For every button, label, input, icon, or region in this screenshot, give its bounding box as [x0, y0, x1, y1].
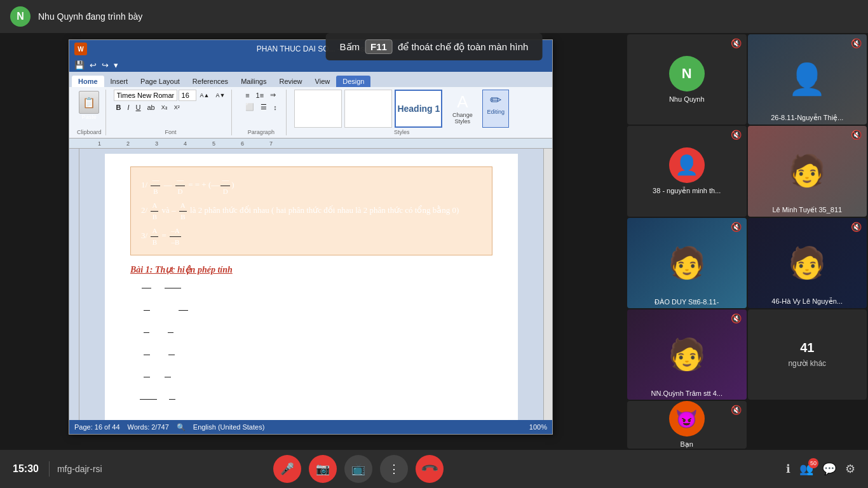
font-label: Font	[165, 128, 176, 135]
document-scroll-area[interactable]: 1/ —B — —D = = + (——D) 2/ AB và – AB là …	[79, 149, 543, 420]
paste-icon: 📋	[79, 91, 99, 114]
video-button[interactable]: 📷	[309, 455, 337, 483]
photo-p7: 🧑	[627, 309, 747, 400]
end-call-button[interactable]: 📞	[410, 449, 449, 488]
qa-undo[interactable]: ↩	[88, 60, 98, 70]
font-group: A▲ A▼ B I U ab X₂ X² Font	[110, 90, 233, 135]
participant-tile-nhu-quynh: 🔇 N Nhu Quynh	[627, 34, 747, 125]
presenter-name: Nhu Quynh đang trình bày	[38, 11, 142, 22]
exercise-item-4: 4/ xx+2 + 1x+2	[130, 347, 492, 363]
font-shrink-btn[interactable]: A▼	[213, 91, 227, 100]
name-p4: Lê Minh Tuyết 35_811	[770, 206, 844, 214]
exercise-item-6: 6/ 2x+3x–... + x...	[130, 391, 492, 407]
photo-p2: 👤	[748, 34, 867, 125]
photo-p6: 🧑	[748, 218, 867, 308]
style-heading1[interactable]: Heading 1	[395, 90, 442, 128]
strikethrough-btn[interactable]: ab	[145, 102, 158, 112]
word-statusbar: Page: 16 of 44 Words: 2/747 🔍 English (U…	[69, 420, 552, 434]
numbering-btn[interactable]: 1≡	[254, 90, 267, 100]
participant-tile-others: 41 người khác	[748, 309, 867, 400]
tab-home[interactable]: Home	[72, 76, 104, 87]
top-bar: N Nhu Quynh đang trình bày	[0, 0, 868, 33]
participant-tile-p4: 🔇 🧑 Lê Minh Tuyết 35_811	[748, 126, 867, 216]
style-normal[interactable]: ¶ Normal	[294, 90, 342, 128]
status-page-info: Page: 16 of 44	[74, 423, 120, 431]
formula-line-1: 1/ —B — —D = = + (——D)	[141, 175, 482, 196]
others-text: người khác	[788, 359, 826, 368]
meeting-time: 15:30	[13, 463, 39, 475]
exercise-title: Bài 1: Thực hiện phép tính	[130, 264, 492, 275]
qa-save[interactable]: 💾	[73, 60, 86, 70]
word-page: 1/ —B — —D = = + (——D) 2/ AB và – AB là …	[105, 154, 518, 420]
f11-key: F11	[365, 39, 393, 54]
editing-button[interactable]: ✏ Editing	[482, 90, 509, 128]
avatar-ban: 😈	[669, 401, 705, 437]
formula-highlight-box: 1/ —B — —D = = + (——D) 2/ AB và – AB là …	[130, 166, 492, 255]
tab-view[interactable]: View	[309, 76, 337, 87]
mute-button[interactable]: 🎤	[273, 455, 301, 483]
status-zoom: 100%	[529, 423, 547, 431]
paste-label: Paste	[82, 114, 97, 120]
tab-review[interactable]: Review	[273, 76, 308, 87]
font-content: A▲ A▼ B I U ab X₂ X²	[114, 90, 228, 112]
align-center-btn[interactable]: ☰	[258, 102, 269, 112]
people-icon[interactable]: 👥 50	[799, 462, 813, 476]
office-logo: W	[74, 43, 87, 55]
info-icon[interactable]: ℹ	[786, 462, 790, 476]
style-heading1-label: Heading 1	[397, 104, 440, 114]
screen-share-button[interactable]: 📺	[344, 455, 372, 483]
change-styles-label: Change Styles	[452, 112, 473, 125]
paragraph-label: Paragraph	[248, 128, 275, 135]
subscript-btn[interactable]: X₂	[159, 103, 170, 112]
indent-btn[interactable]: ⇒	[268, 90, 278, 100]
bullets-btn[interactable]: ≡	[243, 90, 252, 100]
settings-icon[interactable]: ⚙	[845, 462, 855, 476]
qa-more[interactable]: ▾	[112, 60, 119, 70]
tab-mailings[interactable]: Mailings	[234, 76, 273, 87]
word-window: W PHAN THUC DAI SO... - Microsoft ... 💾 …	[69, 39, 553, 435]
style-nospace-label: No Spaci...	[353, 105, 384, 112]
f11-suffix: để thoát chế độ toàn màn hình	[398, 41, 528, 53]
font-name-input[interactable]	[114, 90, 177, 101]
ribbon-content: 📋 Paste Clipboard A▲ A▼ B	[69, 87, 552, 139]
mute-icon-ban: 🔇	[731, 405, 742, 415]
status-language: English (United States)	[193, 423, 265, 431]
superscript-btn[interactable]: X²	[172, 103, 182, 112]
name-p2: 26-8.11-Nguyễn Thiệ...	[768, 114, 846, 122]
exercise-item-2: 2/ 3x+2 + 57(x+2)(6x–7)	[130, 302, 492, 318]
line-spacing-btn[interactable]: ↕	[271, 102, 280, 112]
align-left-btn[interactable]: ⬜	[243, 102, 257, 112]
name-p5: ĐÀO DUY Stt6-8.11-	[652, 298, 721, 306]
font-size-input[interactable]	[179, 90, 196, 101]
tab-design[interactable]: Design	[336, 76, 370, 87]
vertical-scrollbar[interactable]	[543, 149, 552, 420]
paste-button[interactable]: 📋 Paste	[78, 90, 100, 121]
word-ribbon: Home Insert Page Layout References Maili…	[69, 72, 552, 149]
bold-btn[interactable]: B	[114, 102, 124, 112]
style-nospace[interactable]: No Spaci...	[344, 90, 392, 128]
underline-btn[interactable]: U	[133, 102, 144, 112]
exercise-item-3: 3/ 3x–3 – 4x+3	[130, 325, 492, 341]
mute-icon-p3: 🔇	[731, 130, 742, 140]
tab-insert[interactable]: Insert	[104, 76, 135, 87]
exercise-item-1: 1/ 5xx+4 – x–16x+4	[130, 280, 492, 296]
change-styles-icon: A	[457, 92, 468, 112]
editing-icon: ✏	[490, 92, 501, 109]
vertical-ruler	[69, 149, 79, 420]
italic-btn[interactable]: I	[125, 102, 132, 112]
qa-redo[interactable]: ↪	[100, 60, 110, 70]
document-container: 1/ —B — —D = = + (——D) 2/ AB và – AB là …	[69, 149, 552, 420]
mute-icon-p4: 🔇	[851, 130, 862, 140]
participants-panel: 🔇 N Nhu Quynh 🔇 👤 26-8.11-Nguyễn Thiệ...…	[626, 33, 868, 450]
styles-content: ¶ Normal No Spaci... Heading 1 A Change …	[294, 90, 509, 128]
meeting-id: mfg-dajr-rsi	[57, 464, 102, 474]
chat-icon[interactable]: 💬	[822, 462, 836, 476]
tab-references[interactable]: References	[186, 76, 234, 87]
name-p6: 46-Hà Vy Lê Nguyễn...	[769, 297, 845, 306]
participant-tile-p6: 🔇 🧑 46-Hà Vy Lê Nguyễn...	[748, 218, 867, 308]
change-styles-button[interactable]: A Change Styles	[445, 90, 480, 128]
more-options-button[interactable]: ⋮	[380, 455, 408, 483]
font-grow-btn[interactable]: A▲	[198, 91, 212, 100]
tab-page-layout[interactable]: Page Layout	[134, 76, 186, 87]
ribbon-tab-row: Home Insert Page Layout References Maili…	[69, 72, 552, 87]
